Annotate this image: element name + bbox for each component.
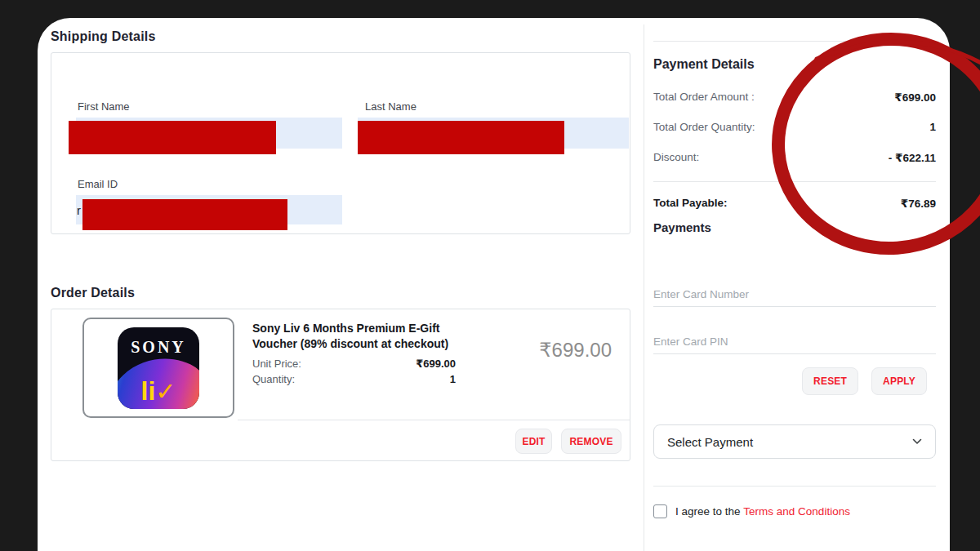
first-name-label: First Name xyxy=(78,100,130,113)
sonyliv-logo-liv-text: li✓ xyxy=(118,378,199,404)
order-details-heading: Order Details xyxy=(51,286,135,300)
discount-row: Discount: - ₹622.11 xyxy=(653,151,936,165)
card-pin-input[interactable] xyxy=(653,330,936,354)
email-label: Email ID xyxy=(78,178,118,190)
card-number-input[interactable] xyxy=(653,282,936,307)
terms-agree-row: I agree to the Terms and Conditions xyxy=(653,504,850,518)
sonyliv-logo: SONY li✓ xyxy=(118,327,199,409)
remove-button[interactable]: REMOVE xyxy=(561,429,621,454)
divider xyxy=(653,41,936,42)
payment-details-heading: Payment Details xyxy=(653,57,755,72)
reset-button[interactable]: RESET xyxy=(802,367,858,395)
select-payment-dropdown[interactable]: Select Payment xyxy=(653,424,936,459)
email-redaction xyxy=(82,199,287,230)
email-value-peek: r xyxy=(77,203,81,217)
select-payment-label: Select Payment xyxy=(667,435,753,449)
payments-heading: Payments xyxy=(653,220,711,234)
card-action-buttons: RESET APPLY xyxy=(802,367,927,395)
terms-checkbox[interactable] xyxy=(653,504,667,518)
order-item-box: SONY li✓ Sony Liv 6 Months Premium E-Gif… xyxy=(51,309,630,461)
agree-text: I agree to the Terms and Conditions xyxy=(675,505,850,518)
shipping-form-box: First Name Last Name Email ID r xyxy=(51,52,630,234)
edit-button[interactable]: EDIT xyxy=(515,429,552,454)
apply-button[interactable]: APPLY xyxy=(871,367,927,395)
total-order-quantity-row: Total Order Quantity: 1 xyxy=(653,121,936,135)
checkout-card: Shipping Details First Name Last Name Em… xyxy=(38,18,950,551)
checkout-page: Shipping Details First Name Last Name Em… xyxy=(0,0,980,551)
total-payable-row: Total Payable: ₹76.89 xyxy=(653,197,936,211)
chevron-down-icon xyxy=(912,437,922,447)
first-name-redaction xyxy=(69,121,276,154)
unit-price-row: Unit Price: ₹699.00 xyxy=(252,358,456,371)
sonyliv-logo-sony-text: SONY xyxy=(118,338,199,357)
divider xyxy=(653,486,936,487)
shipping-details-heading: Shipping Details xyxy=(51,29,156,44)
quantity-row: Quantity: 1 xyxy=(252,373,456,386)
payment-panel: Payment Details Total Order Amount : ₹69… xyxy=(644,18,950,551)
item-total-price: ₹699.00 xyxy=(481,339,612,362)
product-image-frame: SONY li✓ xyxy=(82,318,234,418)
product-title: Sony Liv 6 Months Premium E-Gift Voucher… xyxy=(252,321,465,352)
last-name-label: Last Name xyxy=(365,100,416,113)
divider xyxy=(238,420,630,420)
total-order-amount-row: Total Order Amount : ₹699.00 xyxy=(653,91,936,104)
checkmark-icon: ✓ xyxy=(155,378,176,405)
divider xyxy=(653,181,936,182)
terms-and-conditions-link[interactable]: Terms and Conditions xyxy=(743,505,850,518)
last-name-redaction xyxy=(358,121,564,154)
